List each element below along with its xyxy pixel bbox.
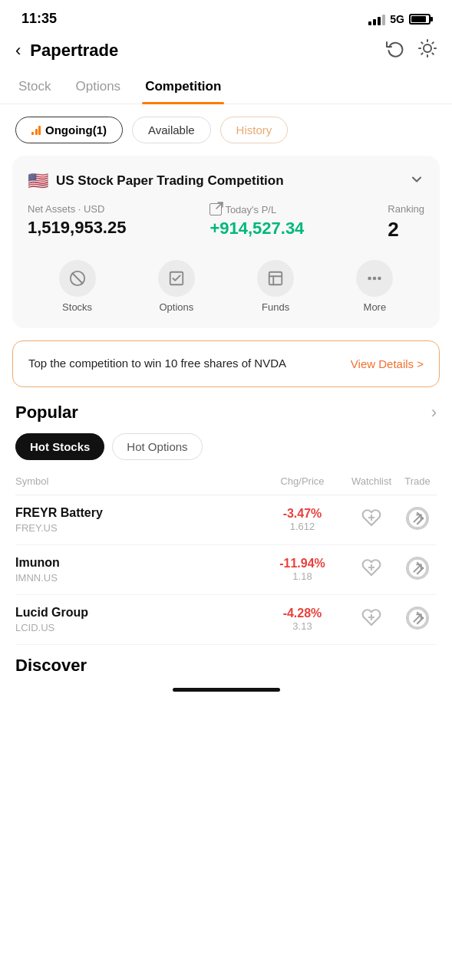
svg-rect-12: [269, 272, 282, 285]
header-right: [386, 39, 437, 62]
discover-title: Discover: [15, 656, 87, 675]
filter-history[interactable]: History: [220, 117, 289, 143]
trade-col-freyr: [398, 507, 437, 532]
trade-btn-imunon[interactable]: [406, 557, 429, 580]
back-button[interactable]: ‹: [15, 42, 21, 59]
th-symbol: Symbol: [15, 475, 260, 487]
table-header: Symbol Chg/Price Watchlist Trade: [15, 471, 437, 495]
trade-btn-freyr[interactable]: [406, 507, 429, 530]
stock-row-imunon: Imunon IMNN.US -11.94% 1.18: [15, 545, 437, 595]
bar-chart-icon: [31, 126, 41, 135]
hot-tabs: Hot Stocks Hot Options: [15, 433, 437, 460]
filter-ongoing[interactable]: Ongoing(1): [15, 117, 123, 143]
trade-btn-lucid[interactable]: [406, 607, 429, 630]
funds-label: Funds: [262, 301, 289, 313]
more-icon: [356, 260, 393, 297]
stock-name-lucid: Lucid Group: [15, 606, 260, 620]
tab-stock[interactable]: Stock: [15, 71, 54, 104]
svg-line-3: [421, 42, 422, 43]
icon-actions: Stocks Options: [28, 257, 424, 313]
svg-point-0: [424, 44, 431, 52]
stock-symbol-imunon: IMNN.US: [15, 572, 260, 584]
refresh-icon[interactable]: [386, 39, 404, 62]
stock-symbol-lucid: LCID.US: [15, 622, 260, 633]
chg-price-freyr: 1.612: [260, 521, 345, 532]
stock-chg-freyr: -3.47% 1.612: [260, 507, 345, 532]
competition-card: 🇺🇸 US Stock Paper Trading Competition Ne…: [12, 156, 440, 328]
today-pl-label: Today's P/L: [210, 203, 304, 215]
stock-name-imunon: Imunon: [15, 556, 260, 570]
status-icons: 5G: [368, 13, 431, 25]
stock-chg-imunon: -11.94% 1.18: [260, 557, 345, 582]
th-chg: Chg/Price: [260, 475, 345, 487]
stocks-label: Stocks: [62, 301, 92, 313]
page-title: Papertrade: [30, 41, 118, 61]
action-stocks[interactable]: Stocks: [59, 260, 96, 313]
th-trade: Trade: [398, 475, 437, 487]
svg-point-15: [369, 278, 371, 280]
today-pl-block: Today's P/L +914,527.34: [210, 203, 304, 238]
stats-row: Net Assets · USD 1,519,953.25 Today's P/…: [28, 203, 424, 242]
watchlist-col-lucid: [345, 607, 398, 632]
stock-row-freyr: FREYR Battery FREY.US -3.47% 1.612: [15, 495, 437, 545]
svg-line-7: [421, 53, 422, 54]
action-more[interactable]: More: [356, 260, 393, 313]
more-label: More: [364, 301, 387, 313]
section-arrow-icon[interactable]: ›: [431, 403, 437, 423]
options-icon: [158, 260, 195, 297]
tab-options[interactable]: Options: [73, 71, 124, 104]
promo-text: Top the competition to win 10 free share…: [28, 355, 341, 373]
today-pl-value: +914,527.34: [210, 219, 304, 238]
home-indicator: [0, 679, 452, 698]
stock-chg-lucid: -4.28% 3.13: [260, 607, 345, 632]
svg-line-10: [72, 274, 82, 284]
section-title: Popular: [15, 403, 78, 423]
bottom-section: Discover: [0, 645, 452, 679]
chg-pct-freyr: -3.47%: [260, 507, 345, 521]
svg-line-4: [432, 53, 433, 54]
card-title: US Stock Paper Trading Competition: [56, 173, 284, 189]
tab-navigation: Stock Options Competition: [0, 71, 452, 104]
stock-row-lucid: Lucid Group LCID.US -4.28% 3.13: [15, 595, 437, 645]
promo-banner: Top the competition to win 10 free share…: [12, 340, 440, 387]
ranking-block: Ranking 2: [388, 203, 424, 242]
svg-line-8: [432, 42, 433, 43]
network-label: 5G: [390, 13, 404, 25]
svg-point-28: [408, 609, 427, 627]
stock-name-freyr: FREYR Battery: [15, 506, 260, 520]
action-funds[interactable]: Funds: [257, 260, 294, 313]
watchlist-add-imunon[interactable]: [361, 562, 381, 581]
svg-point-17: [378, 278, 381, 280]
filter-available[interactable]: Available: [132, 117, 211, 143]
watchlist-add-freyr[interactable]: [361, 512, 381, 531]
bulb-icon[interactable]: [418, 39, 437, 62]
section-header: Popular ›: [15, 403, 437, 423]
th-watchlist: Watchlist: [345, 475, 398, 487]
stock-info-freyr: FREYR Battery FREY.US: [15, 506, 260, 534]
status-time: 11:35: [21, 11, 57, 27]
card-title-row: 🇺🇸 US Stock Paper Trading Competition: [28, 171, 284, 191]
watchlist-col-imunon: [345, 557, 398, 582]
svg-line-25: [414, 564, 421, 571]
chg-price-lucid: 3.13: [260, 620, 345, 632]
svg-point-20: [408, 509, 427, 528]
net-assets-value: 1,519,953.25: [28, 218, 126, 238]
svg-line-21: [414, 515, 421, 521]
stock-symbol-freyr: FREY.US: [15, 522, 260, 534]
signal-icon: [368, 13, 385, 25]
hot-options-tab[interactable]: Hot Options: [112, 433, 202, 460]
watchlist-add-lucid[interactable]: [361, 612, 381, 631]
tab-competition[interactable]: Competition: [142, 71, 224, 104]
expand-icon[interactable]: [409, 172, 424, 191]
svg-line-29: [414, 614, 421, 621]
filter-row: Ongoing(1) Available History: [0, 104, 452, 156]
view-details-link[interactable]: View Details >: [351, 357, 424, 370]
hot-stocks-tab[interactable]: Hot Stocks: [15, 433, 104, 460]
popular-section: Popular › Hot Stocks Hot Options Symbol …: [0, 403, 452, 645]
chg-pct-imunon: -11.94%: [260, 557, 345, 571]
action-options[interactable]: Options: [158, 260, 195, 313]
battery-icon: [409, 14, 431, 25]
stock-info-imunon: Imunon IMNN.US: [15, 556, 260, 584]
status-bar: 11:35 5G: [0, 0, 452, 33]
svg-point-16: [374, 278, 376, 280]
